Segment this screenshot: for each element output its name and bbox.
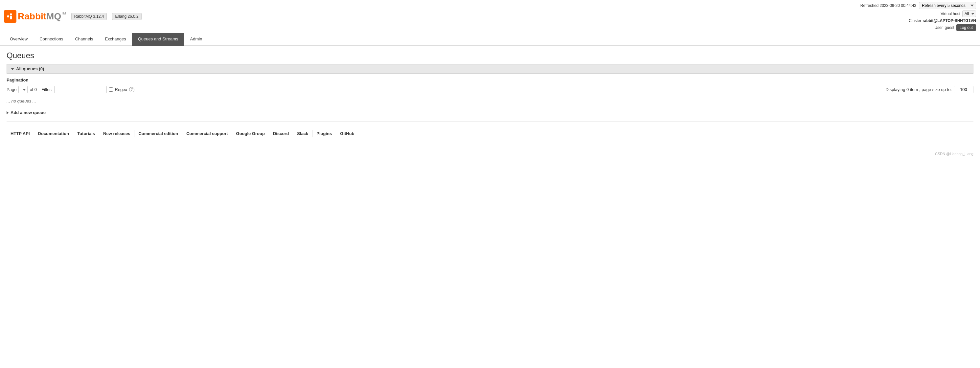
logo-area: RabbitMQTM RabbitMQ 3.12.4 Erlang 26.0.2 — [4, 10, 142, 23]
nav-item-queues[interactable]: Queues and Streams — [132, 33, 184, 46]
refresh-select[interactable]: Refresh every 5 seconds No refresh Refre… — [919, 2, 976, 9]
displaying-text: Displaying 0 item , page size up to: — [885, 87, 952, 92]
of-label: of 0 — [30, 87, 37, 92]
page-select[interactable] — [18, 86, 28, 93]
regex-help-icon[interactable]: ? — [129, 87, 134, 92]
footer-link-documentation[interactable]: Documentation — [34, 130, 73, 137]
footer-link-commercial-support[interactable]: Commercial support — [182, 130, 232, 137]
page-label: Page — [6, 87, 16, 92]
rabbitmq-version-badge: RabbitMQ 3.12.4 — [71, 13, 107, 20]
refresh-row: Refreshed 2023-09-20 00:44:43 Refresh ev… — [861, 2, 976, 9]
svg-rect-2 — [10, 16, 12, 19]
regex-checkbox[interactable] — [109, 88, 113, 92]
svg-rect-1 — [10, 13, 12, 16]
page-size-input[interactable] — [954, 86, 974, 93]
page-title: Queues — [6, 51, 974, 60]
top-bar: RabbitMQTM RabbitMQ 3.12.4 Erlang 26.0.2… — [0, 0, 980, 33]
nav-item-overview[interactable]: Overview — [4, 33, 33, 46]
nav-item-exchanges[interactable]: Exchanges — [99, 33, 132, 46]
vhost-row: Virtual host All — [940, 11, 976, 17]
filter-label: - Filter: — [39, 87, 52, 92]
footer-link-google-group[interactable]: Google Group — [232, 130, 269, 137]
nav-item-admin[interactable]: Admin — [184, 33, 208, 46]
logo-icon — [4, 10, 16, 23]
expand-icon — [6, 111, 8, 114]
nav-item-channels[interactable]: Channels — [69, 33, 99, 46]
attribution: CSDN @Hadoop_Liang — [0, 145, 980, 158]
pagination-left: Page of 0 - Filter: Regex ? — [6, 86, 134, 93]
cluster-label: Cluster — [909, 18, 921, 23]
logo-mq: MQ — [46, 11, 61, 22]
add-queue-section-header[interactable]: Add a new queue — [6, 109, 974, 116]
footer-link-github[interactable]: GitHub — [336, 130, 358, 137]
refreshed-text: Refreshed 2023-09-20 00:44:43 — [861, 3, 916, 8]
cluster-name: rabbit@LAPTOP-SHHTG1VN — [923, 18, 976, 23]
erlang-version-badge: Erlang 26.0.2 — [112, 13, 141, 20]
user-label: User — [934, 25, 943, 30]
footer-link-http-api[interactable]: HTTP API — [6, 130, 34, 137]
nav-item-connections[interactable]: Connections — [33, 33, 69, 46]
footer-divider — [6, 121, 974, 122]
main-nav: Overview Connections Channels Exchanges … — [0, 33, 980, 46]
pagination-right: Displaying 0 item , page size up to: — [885, 86, 974, 93]
svg-rect-0 — [7, 16, 9, 18]
vhost-select[interactable]: All — [962, 11, 976, 17]
filter-input[interactable] — [54, 86, 107, 93]
top-right: Refreshed 2023-09-20 00:44:43 Refresh ev… — [861, 2, 976, 31]
user-row: User guest Log out — [934, 24, 976, 31]
footer-link-discord[interactable]: Discord — [269, 130, 293, 137]
logo-rabbit: Rabbit — [18, 11, 46, 22]
no-queues-text: ... no queues ... — [6, 99, 974, 104]
all-queues-section-header[interactable]: All queues (0) — [6, 64, 974, 73]
logo-tm: TM — [61, 11, 66, 15]
collapse-icon — [11, 68, 14, 70]
footer-link-tutorials[interactable]: Tutorials — [73, 130, 99, 137]
footer-link-commercial-edition[interactable]: Commercial edition — [134, 130, 182, 137]
vhost-label: Virtual host — [940, 11, 960, 16]
all-queues-label: All queues (0) — [16, 66, 44, 71]
user-name: guest — [945, 25, 955, 30]
logo: RabbitMQTM — [4, 10, 66, 23]
footer-link-new-releases[interactable]: New releases — [99, 130, 134, 137]
logout-button[interactable]: Log out — [956, 24, 976, 31]
footer-link-plugins[interactable]: Plugins — [312, 130, 336, 137]
add-queue-label: Add a new queue — [11, 110, 46, 115]
pagination-label: Pagination — [6, 78, 974, 83]
cluster-row: Cluster rabbit@LAPTOP-SHHTG1VN — [909, 18, 976, 23]
regex-label: Regex — [115, 87, 127, 92]
footer-link-slack[interactable]: Slack — [293, 130, 312, 137]
main-content: Queues All queues (0) Pagination Page of… — [0, 46, 980, 145]
footer-links: HTTP API Documentation Tutorials New rel… — [6, 127, 974, 140]
pagination-row: Page of 0 - Filter: Regex ? Displaying 0… — [6, 86, 974, 93]
